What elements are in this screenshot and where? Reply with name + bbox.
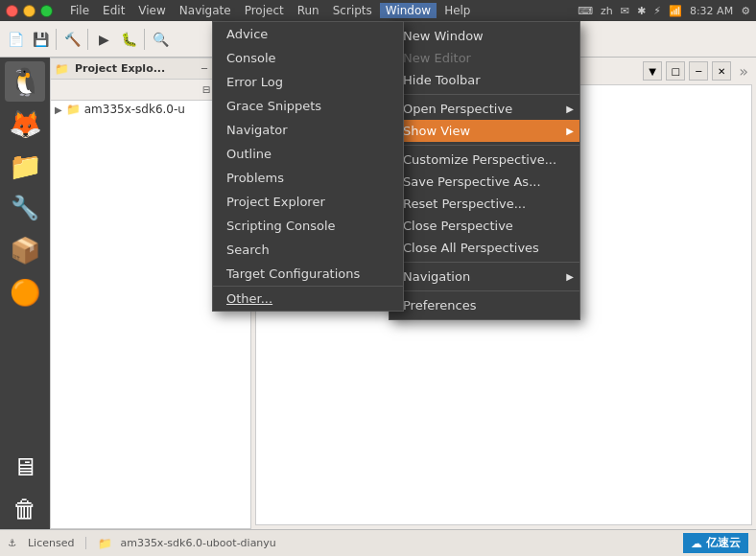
menu-file[interactable]: File bbox=[64, 3, 95, 18]
menu-section-5: Preferences bbox=[390, 290, 579, 319]
menu-scripts[interactable]: Scripts bbox=[327, 3, 378, 18]
separator-1 bbox=[56, 29, 57, 50]
tree-item-label: am335x-sdk6.0-u bbox=[84, 103, 185, 116]
right-btn-1[interactable]: ▼ bbox=[643, 61, 662, 81]
showview-scripting-console[interactable]: Scripting Console bbox=[213, 214, 403, 238]
window-menu: New Window New Editor Hide Toolbar Open … bbox=[389, 21, 580, 320]
watermark: ☁ 亿速云 bbox=[683, 533, 748, 553]
status-licensed: Licensed bbox=[28, 537, 86, 549]
right-btn-2[interactable]: □ bbox=[666, 61, 685, 81]
showview-search[interactable]: Search bbox=[213, 238, 403, 262]
showview-problems[interactable]: Problems bbox=[213, 166, 403, 190]
menu-reset-perspective[interactable]: Reset Perspective... bbox=[390, 193, 579, 215]
sidebar-icon-app[interactable]: 📦 bbox=[5, 230, 45, 270]
showview-error-log[interactable]: Error Log bbox=[213, 70, 403, 94]
watermark-text: 亿速云 bbox=[706, 535, 741, 551]
sidebar-icon-files[interactable]: 📁 bbox=[5, 146, 45, 186]
menu-bar: File Edit View Navigate Project Run Scri… bbox=[64, 3, 574, 18]
minimize-button[interactable] bbox=[23, 5, 35, 17]
menu-save-perspective[interactable]: Save Perspective As... bbox=[390, 171, 579, 193]
showview-other[interactable]: Other... bbox=[213, 286, 403, 311]
showview-grace-snippets[interactable]: Grace Snippets bbox=[213, 94, 403, 118]
menu-view[interactable]: View bbox=[132, 3, 171, 18]
right-collapse-btn[interactable]: » bbox=[739, 62, 748, 81]
sidebar-icon-monitor[interactable]: 🖥 bbox=[5, 447, 45, 487]
status-bar: ⚓ Licensed 📁 am335x-sdk6.0-uboot-dianyu … bbox=[0, 529, 756, 556]
menu-run[interactable]: Run bbox=[292, 3, 325, 18]
sidebar-icon-ubuntu2[interactable]: 🟠 bbox=[5, 272, 45, 313]
keyboard-icon: ⌨ bbox=[578, 5, 593, 17]
sidebar-icon-trash[interactable]: 🗑 bbox=[5, 489, 45, 529]
menu-edit[interactable]: Edit bbox=[97, 3, 130, 18]
right-btn-3[interactable]: ─ bbox=[689, 61, 708, 81]
menu-new-editor: New Editor bbox=[390, 47, 579, 69]
watermark-icon: ☁ bbox=[691, 537, 702, 550]
sidebar: 🐧 🦊 📁 🔧 📦 🟠 🖥 🗑 bbox=[0, 58, 50, 529]
menu-section-1: New Window New Editor Hide Toolbar bbox=[390, 22, 579, 94]
showview-outline[interactable]: Outline bbox=[213, 142, 403, 166]
menu-close-all-perspectives[interactable]: Close All Perspectives bbox=[390, 237, 579, 259]
menu-open-perspective[interactable]: Open Perspective ▶ bbox=[390, 98, 579, 120]
menu-navigation[interactable]: Navigation ▶ bbox=[390, 266, 579, 288]
menu-help[interactable]: Help bbox=[438, 3, 476, 18]
menu-navigate[interactable]: Navigate bbox=[174, 3, 237, 18]
menu-section-4: Navigation ▶ bbox=[390, 262, 579, 290]
wifi-icon: 📶 bbox=[669, 5, 682, 17]
save-button[interactable]: 💾 bbox=[29, 28, 52, 51]
menu-show-view[interactable]: Show View ▶ bbox=[390, 120, 579, 142]
system-bar: File Edit View Navigate Project Run Scri… bbox=[0, 0, 756, 21]
menu-customize-perspective[interactable]: Customize Perspective... bbox=[390, 149, 579, 171]
menu-section-2: Open Perspective ▶ Show View ▶ bbox=[390, 94, 579, 145]
menu-new-window[interactable]: New Window bbox=[390, 25, 579, 47]
showview-navigator[interactable]: Navigator bbox=[213, 118, 403, 142]
new-button[interactable]: 📄 bbox=[4, 28, 27, 51]
right-btn-4[interactable]: ✕ bbox=[712, 61, 731, 81]
sidebar-icon-ubuntu[interactable]: 🐧 bbox=[5, 61, 45, 102]
panel-title: Project Explo... bbox=[75, 62, 193, 75]
menu-project[interactable]: Project bbox=[239, 3, 290, 18]
menu-window[interactable]: Window bbox=[380, 3, 437, 18]
status-project: 📁 am335x-sdk6.0-uboot-dianyu bbox=[98, 537, 275, 550]
status-project-label: am335x-sdk6.0-uboot-dianyu bbox=[120, 537, 275, 549]
separator-2 bbox=[87, 29, 88, 50]
run-button[interactable]: ▶ bbox=[92, 28, 115, 51]
language-label: zh bbox=[601, 5, 613, 17]
bluetooth-icon: ✱ bbox=[637, 5, 646, 17]
window-controls bbox=[6, 5, 53, 17]
system-bar-right: ⌨ zh ✉ ✱ ⚡ 📶 8:32 AM ⚙ bbox=[578, 5, 750, 17]
separator-3 bbox=[144, 29, 145, 50]
debug-button[interactable]: 🐛 bbox=[117, 28, 140, 51]
menu-hide-toolbar[interactable]: Hide Toolbar bbox=[390, 69, 579, 91]
battery-icon: ⚡ bbox=[653, 5, 661, 17]
sidebar-icon-system[interactable]: 🔧 bbox=[5, 188, 45, 228]
show-view-submenu: Advice Console Error Log Grace Snippets … bbox=[212, 21, 404, 312]
network-icon: ✉ bbox=[621, 5, 629, 17]
menu-section-3: Customize Perspective... Save Perspectiv… bbox=[390, 145, 579, 262]
close-button[interactable] bbox=[6, 5, 18, 17]
showview-advice[interactable]: Advice bbox=[213, 22, 403, 46]
status-anchor: ⚓ bbox=[8, 538, 16, 548]
showview-console[interactable]: Console bbox=[213, 46, 403, 70]
showview-project-explorer[interactable]: Project Explorer bbox=[213, 190, 403, 214]
settings-icon: ⚙ bbox=[741, 5, 750, 17]
menu-close-perspective[interactable]: Close Perspective bbox=[390, 215, 579, 237]
maximize-button[interactable] bbox=[40, 5, 53, 17]
build-button[interactable]: 🔨 bbox=[60, 28, 83, 51]
minimize-panel-button[interactable]: ─ bbox=[197, 61, 212, 77]
showview-target-configurations[interactable]: Target Configurations bbox=[213, 262, 403, 286]
sidebar-icon-firefox[interactable]: 🦊 bbox=[5, 104, 45, 144]
search-toolbar-button[interactable]: 🔍 bbox=[149, 28, 172, 51]
menu-preferences[interactable]: Preferences bbox=[390, 294, 579, 316]
clock-label: 8:32 AM bbox=[690, 5, 733, 17]
